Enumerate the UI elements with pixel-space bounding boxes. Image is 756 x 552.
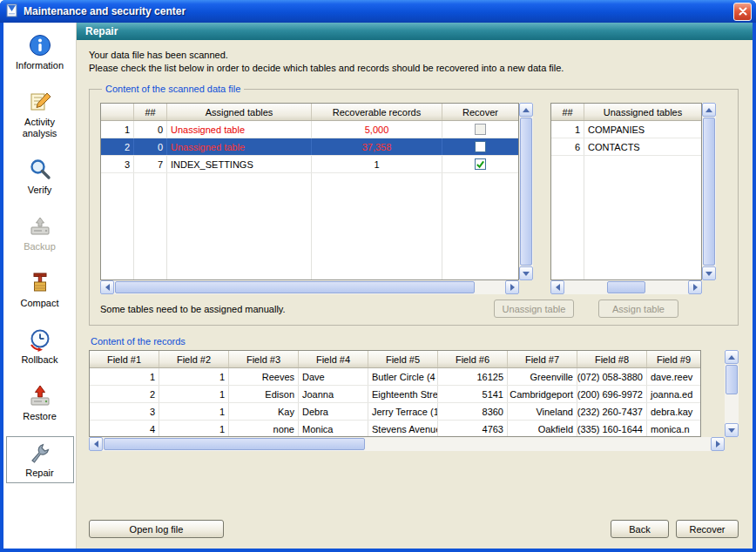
column-header[interactable]: Field #8 (577, 351, 647, 367)
close-button[interactable] (733, 3, 752, 21)
scroll-right-button[interactable] (711, 437, 725, 451)
scroll-down-button[interactable] (702, 266, 716, 280)
column-header[interactable]: Field #7 (508, 351, 577, 367)
recover-button[interactable]: Recover (676, 520, 739, 538)
column-header[interactable]: ## (134, 104, 167, 120)
table-cell: 4 (90, 421, 159, 437)
arrow-right-icon (693, 284, 698, 291)
unassign-table-button[interactable]: Unassign table (494, 300, 574, 318)
vertical-scrollbar[interactable] (519, 103, 533, 280)
scrollbar-thumb[interactable] (703, 118, 715, 266)
titlebar[interactable]: Maintenance and security center (0, 0, 756, 23)
scroll-right-button[interactable] (505, 280, 519, 294)
sidebar-item-compact[interactable]: Compact (6, 266, 74, 313)
column-header[interactable]: Field #3 (229, 351, 299, 367)
table-cell: dave.reev (647, 368, 700, 385)
scroll-left-button[interactable] (100, 280, 114, 294)
table-row[interactable]: 4 1 none Monica Stevens Avenue 4763 Oakf… (90, 421, 700, 437)
sidebar-item-restore[interactable]: Restore (6, 380, 74, 427)
records-table[interactable]: Field #1 Field #2 Field #3 Field #4 Fiel… (89, 350, 701, 437)
sidebar-item-activity-analysis[interactable]: Activity analysis (6, 85, 74, 144)
table-row[interactable]: 2 0 Unassigned table 37,358 (101, 138, 518, 156)
horizontal-scrollbar[interactable] (100, 280, 519, 294)
table-cell: 16125 (438, 368, 508, 385)
table-row[interactable]: 1 1 Reeves Dave Butler Circle (4 16125 G… (90, 368, 700, 386)
column-header[interactable]: Recover (442, 104, 518, 120)
info-icon (27, 32, 53, 58)
sidebar: Information Activity analysis Verify Bac… (3, 23, 77, 549)
table-cell: 1 (551, 121, 584, 138)
scrollbar-thumb[interactable] (520, 118, 532, 266)
scrollbar-thumb[interactable] (104, 438, 365, 450)
sidebar-item-information[interactable]: Information (6, 29, 74, 76)
unassigned-tables-table[interactable]: ## Unassigned tables 1 COMPANIES 6 CONTA… (550, 103, 702, 280)
scroll-left-button[interactable] (550, 280, 564, 294)
arrow-down-icon (523, 272, 530, 276)
table-cell: 7 (134, 156, 167, 172)
column-header[interactable]: Field #1 (90, 351, 159, 367)
column-header[interactable] (101, 104, 134, 120)
column-header[interactable]: Field #4 (299, 351, 368, 367)
assign-note: Some tables need to be assigned manually… (100, 304, 469, 314)
arrow-right-icon (510, 284, 515, 291)
table-row[interactable]: 3 1 Kay Debra Jerry Terrace (1 8360 Vine… (90, 403, 700, 421)
horizontal-scrollbar[interactable] (550, 280, 702, 294)
table-cell: 8360 (438, 403, 508, 420)
scroll-up-button[interactable] (702, 103, 716, 117)
sidebar-item-repair[interactable]: Repair (6, 436, 74, 483)
activity-analysis-icon (27, 89, 53, 115)
open-log-file-button[interactable]: Open log file (89, 520, 224, 538)
table-row[interactable]: 3 7 INDEX_SETTINGS 1 (101, 156, 518, 173)
table-cell: 6 (551, 138, 584, 155)
scroll-down-button[interactable] (725, 423, 739, 437)
table-cell: Unassigned table (167, 138, 312, 155)
column-header[interactable]: Field #6 (438, 351, 508, 367)
scroll-up-button[interactable] (519, 103, 533, 117)
restore-drive-icon (27, 383, 53, 409)
scrollbar-thumb[interactable] (726, 365, 738, 394)
scrollbar-corner (725, 437, 739, 451)
recover-checkbox[interactable] (475, 124, 486, 135)
vertical-scrollbar[interactable] (725, 350, 739, 437)
column-header[interactable]: Field #9 (647, 351, 700, 367)
recover-checkbox[interactable] (475, 141, 486, 152)
sidebar-item-label: Rollback (7, 354, 73, 366)
window: Maintenance and security center Informat… (0, 0, 756, 552)
panel-header: Repair (77, 23, 753, 40)
scroll-left-button[interactable] (89, 437, 103, 451)
column-header[interactable]: Field #5 (368, 351, 438, 367)
recover-checkbox[interactable] (475, 158, 486, 170)
table-cell: 3 (101, 156, 134, 172)
table-row[interactable]: 6 CONTACTS (551, 138, 701, 156)
table-row[interactable]: 1 COMPANIES (551, 121, 701, 138)
assigned-tables-panel: ## Assigned tables Recoverable records R… (100, 103, 533, 294)
sidebar-item-verify[interactable]: Verify (6, 153, 74, 200)
column-header[interactable]: Recoverable records (312, 104, 442, 120)
scroll-up-button[interactable] (725, 350, 739, 364)
table-row[interactable]: 1 0 Unassigned table 5,000 (101, 121, 518, 138)
table-row[interactable]: 2 1 Edison Joanna Eighteenth Stre 5141 C… (90, 386, 700, 403)
horizontal-scrollbar[interactable] (89, 437, 725, 451)
column-header[interactable]: Field #2 (159, 351, 229, 367)
assigned-tables-table[interactable]: ## Assigned tables Recoverable records R… (100, 103, 519, 280)
table-cell: Butler Circle (4 (368, 368, 438, 385)
arrow-down-icon (705, 272, 712, 276)
column-header[interactable]: Unassigned tables (584, 104, 701, 120)
scroll-down-button[interactable] (519, 266, 533, 280)
assign-table-button[interactable]: Assign table (598, 300, 678, 318)
scrollbar-thumb[interactable] (115, 281, 475, 293)
vertical-scrollbar[interactable] (702, 103, 716, 280)
scroll-right-button[interactable] (688, 280, 702, 294)
table-cell: Kay (229, 403, 299, 420)
table-cell: Joanna (299, 386, 368, 402)
column-header[interactable]: ## (551, 104, 584, 120)
table-cell: Eighteenth Stre (368, 386, 438, 402)
table-cell: Greenville (508, 368, 577, 385)
table-cell: (232) 260-7437 (577, 403, 647, 420)
table-cell: 1 (90, 368, 159, 385)
sidebar-item-rollback[interactable]: Rollback (6, 323, 74, 370)
table-cell: 0 (134, 138, 167, 155)
scrollbar-thumb[interactable] (607, 281, 645, 293)
column-header[interactable]: Assigned tables (167, 104, 312, 120)
back-button[interactable]: Back (611, 520, 669, 538)
